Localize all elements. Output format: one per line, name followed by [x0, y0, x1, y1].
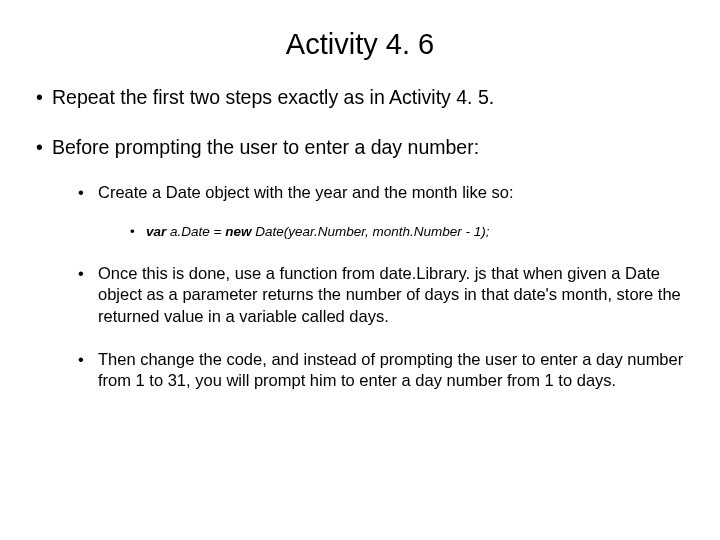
- code-text: a.Date =: [166, 224, 225, 239]
- bullet-item: Repeat the first two steps exactly as in…: [36, 85, 684, 109]
- sub-bullet-item: Create a Date object with the year and t…: [78, 182, 684, 241]
- code-line: var a.Date = new Date(year.Number, month…: [128, 223, 684, 241]
- sub-bullet-list: Create a Date object with the year and t…: [78, 182, 684, 392]
- bullet-list: Repeat the first two steps exactly as in…: [36, 85, 684, 392]
- slide-title: Activity 4. 6: [36, 28, 684, 61]
- code-keyword-new: new: [225, 224, 251, 239]
- bullet-text: Before prompting the user to enter a day…: [52, 136, 479, 158]
- sub-bullet-item: Then change the code, and instead of pro…: [78, 349, 684, 392]
- code-bullet-list: var a.Date = new Date(year.Number, month…: [128, 223, 684, 241]
- code-text: Date(year.Number, month.Number - 1);: [251, 224, 489, 239]
- bullet-item: Before prompting the user to enter a day…: [36, 135, 684, 392]
- code-keyword-var: var: [146, 224, 166, 239]
- sub-bullet-item: Once this is done, use a function from d…: [78, 263, 684, 327]
- sub-bullet-text: Create a Date object with the year and t…: [98, 183, 513, 201]
